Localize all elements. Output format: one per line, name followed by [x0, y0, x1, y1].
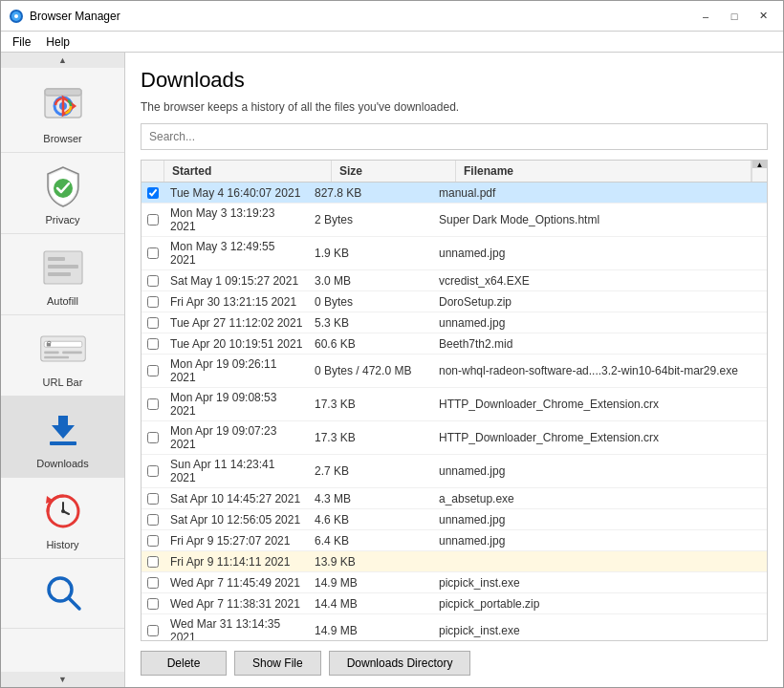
table-row[interactable]: Mon May 3 13:19:23 20212 BytesSuper Dark…: [142, 204, 767, 237]
row-filename: Super Dark Mode_Options.html: [433, 210, 767, 229]
table-row[interactable]: Sat Apr 10 14:45:27 20214.3 MBa_absetup.…: [142, 488, 767, 509]
table-row[interactable]: Fri Apr 9 11:14:11 202113.9 KB: [142, 551, 767, 572]
row-checkbox[interactable]: [142, 214, 164, 226]
row-size: 14.9 MB: [309, 621, 433, 640]
table-row[interactable]: Tue Apr 20 10:19:51 202160.6 KBBeeth7th2…: [142, 333, 767, 355]
row-size: 0 Bytes: [309, 292, 433, 312]
table-row[interactable]: Wed Apr 7 11:45:49 202114.9 MBpicpick_in…: [142, 572, 767, 593]
row-checkbox[interactable]: [142, 247, 164, 259]
row-checkbox[interactable]: [142, 187, 164, 199]
row-checkbox[interactable]: [142, 493, 164, 505]
svg-rect-22: [50, 441, 76, 445]
row-filename: unnamed.jpg: [433, 531, 767, 550]
row-started: Fri Apr 30 13:21:15 2021: [164, 292, 309, 312]
table-row[interactable]: Fri Apr 30 13:21:15 20210 BytesDoroSetup…: [142, 291, 767, 312]
svg-point-27: [61, 509, 65, 513]
row-filename: picpick_portable.zip: [433, 594, 767, 613]
sidebar-scroll-down[interactable]: ▼: [1, 672, 124, 687]
row-checkbox[interactable]: [142, 465, 164, 477]
menu-help[interactable]: Help: [38, 33, 77, 51]
row-filename: HTTP_Downloader_Chrome_Extension.crx: [433, 395, 767, 414]
downloads-directory-button[interactable]: Downloads Directory: [329, 651, 471, 676]
col-header-started[interactable]: Started: [164, 161, 332, 182]
table-row[interactable]: Sat Apr 10 12:56:05 20214.6 KBunnamed.jp…: [142, 509, 767, 530]
row-started: Fri Apr 9 11:14:11 2021: [164, 552, 309, 571]
sidebar-item-autofill[interactable]: Autofill: [1, 234, 124, 315]
row-filename: picpick_inst.exe: [433, 621, 767, 640]
table-row[interactable]: Fri Apr 9 15:27:07 20216.4 KBunnamed.jpg: [142, 530, 767, 551]
row-filename: unnamed.jpg: [433, 313, 767, 333]
sidebar-item-downloads[interactable]: Downloads: [1, 397, 124, 478]
row-started: Tue May 4 16:40:07 2021: [164, 183, 309, 203]
sidebar-history-label: History: [46, 539, 78, 550]
row-checkbox[interactable]: [142, 577, 164, 589]
row-checkbox[interactable]: [142, 625, 164, 636]
table-header: Started Size Filename ▲: [142, 161, 767, 183]
sidebar-scroll-up[interactable]: ▲: [1, 53, 124, 68]
row-started: Wed Apr 7 11:45:49 2021: [164, 573, 309, 592]
table-row[interactable]: Sat May 1 09:15:27 20213.0 MBvcredist_x6…: [142, 270, 767, 291]
search-nav-icon: [39, 569, 87, 616]
row-checkbox[interactable]: [142, 535, 164, 547]
sidebar-item-history[interactable]: History: [1, 478, 124, 559]
row-filename: Beeth7th2.mid: [433, 334, 767, 354]
table-row[interactable]: Wed Mar 31 13:14:35 202114.9 MBpicpick_i…: [142, 614, 767, 640]
row-checkbox[interactable]: [142, 338, 164, 350]
row-checkbox[interactable]: [142, 556, 164, 568]
sidebar-item-urlbar[interactable]: URL Bar: [1, 315, 124, 397]
table-row[interactable]: Sun Apr 11 14:23:41 20212.7 KBunnamed.jp…: [142, 455, 767, 488]
row-checkbox[interactable]: [142, 317, 164, 329]
menu-bar: File Help: [1, 32, 783, 53]
row-checkbox[interactable]: [142, 365, 164, 376]
svg-rect-20: [44, 356, 69, 359]
app-icon: [9, 9, 24, 24]
search-input[interactable]: [141, 123, 768, 150]
col-header-size[interactable]: Size: [332, 161, 456, 182]
svg-rect-19: [62, 352, 82, 355]
table-row[interactable]: Tue May 4 16:40:07 2021827.8 KBmanual.pd…: [142, 183, 767, 204]
table-row[interactable]: Mon Apr 19 09:07:23 202117.3 KBHTTP_Down…: [142, 421, 767, 455]
show-file-button[interactable]: Show File: [234, 651, 321, 676]
row-started: Wed Mar 31 13:14:35 2021: [164, 614, 309, 640]
table-row[interactable]: Mon Apr 19 09:26:11 20210 Bytes / 472.0 …: [142, 355, 767, 388]
table-row[interactable]: Wed Apr 7 11:38:31 202114.4 MBpicpick_po…: [142, 593, 767, 614]
sidebar-item-browser[interactable]: Browser: [1, 72, 124, 153]
row-checkbox[interactable]: [142, 598, 164, 610]
row-checkbox[interactable]: [142, 398, 164, 410]
row-size: 17.3 KB: [309, 395, 433, 414]
row-checkbox[interactable]: [142, 296, 164, 308]
maximize-button[interactable]: □: [722, 7, 747, 26]
table-row[interactable]: Mon Apr 19 09:08:53 202117.3 KBHTTP_Down…: [142, 388, 767, 421]
svg-rect-14: [48, 272, 71, 276]
row-filename: [433, 559, 767, 565]
sidebar-item-search[interactable]: [1, 559, 124, 629]
row-checkbox[interactable]: [142, 514, 164, 526]
sidebar-browser-label: Browser: [43, 133, 81, 144]
row-filename: picpick_inst.exe: [433, 573, 767, 592]
delete-button[interactable]: Delete: [141, 651, 227, 676]
urlbar-icon: [39, 325, 87, 373]
close-button[interactable]: ✕: [751, 7, 775, 26]
row-started: Mon Apr 19 09:26:11 2021: [164, 355, 309, 387]
row-filename: manual.pdf: [433, 183, 767, 203]
page-description: The browser keeps a history of all the f…: [141, 100, 768, 114]
row-size: 4.3 MB: [309, 489, 433, 508]
col-header-filename[interactable]: Filename: [456, 161, 751, 182]
row-filename: vcredist_x64.EXE: [433, 271, 767, 290]
row-started: Tue Apr 20 10:19:51 2021: [164, 334, 309, 354]
row-checkbox[interactable]: [142, 432, 164, 443]
table-row[interactable]: Tue Apr 27 11:12:02 20215.3 KBunnamed.jp…: [142, 312, 767, 333]
row-started: Mon Apr 19 09:07:23 2021: [164, 421, 309, 454]
row-checkbox[interactable]: [142, 275, 164, 287]
sidebar-item-privacy[interactable]: Privacy: [1, 153, 124, 234]
row-filename: unnamed.jpg: [433, 462, 767, 481]
svg-rect-17: [46, 343, 50, 346]
minimize-button[interactable]: –: [693, 7, 718, 26]
menu-file[interactable]: File: [5, 33, 38, 51]
table-row[interactable]: Mon May 3 12:49:55 20211.9 KBunnamed.jpg: [142, 237, 767, 270]
history-icon: [39, 487, 87, 535]
row-size: 5.3 KB: [309, 313, 433, 333]
title-bar-controls: – □ ✕: [693, 7, 775, 26]
main-window: Browser Manager – □ ✕ File Help ▲: [0, 0, 784, 688]
row-size: 3.0 MB: [309, 271, 433, 290]
